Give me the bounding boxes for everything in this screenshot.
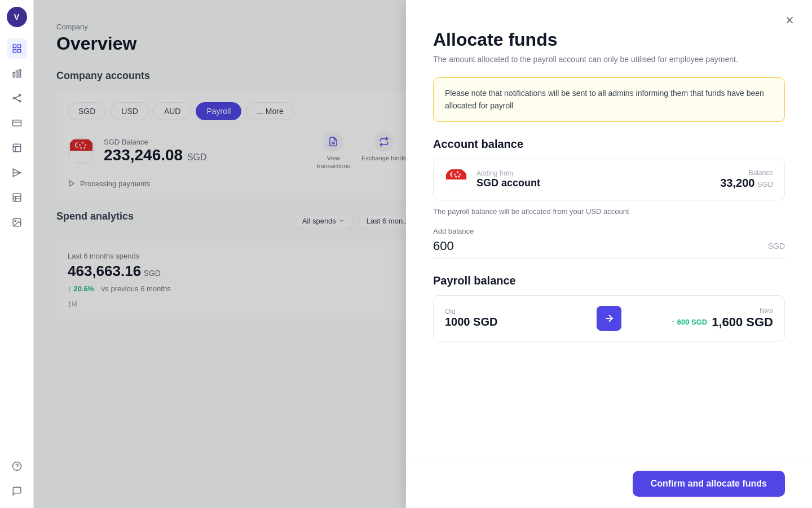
payroll-balance-row: Old 1000 SGD New ↑ 600 SGD 1,600 SGD [433, 295, 785, 341]
svg-rect-2 [13, 50, 16, 52]
sidebar-icon-layout[interactable] [7, 138, 27, 158]
allocate-funds-panel: ✕ Allocate funds The amount allocated to… [406, 0, 812, 508]
svg-line-10 [15, 96, 19, 99]
new-value: 1,600 SGD [712, 315, 773, 330]
account-name: SGD account [476, 177, 540, 189]
payroll-new: New ↑ 600 SGD 1,600 SGD [624, 296, 784, 341]
payroll-balance-heading: Payroll balance [433, 274, 785, 287]
add-balance-input-row: SGD [433, 239, 785, 259]
account-balance-heading: Account balance [433, 138, 785, 151]
svg-rect-3 [17, 50, 20, 52]
overlay [34, 0, 440, 508]
add-balance-group: Add balance SGD [433, 227, 785, 259]
close-panel-button[interactable]: ✕ [780, 11, 798, 29]
panel-header: ✕ [406, 0, 812, 29]
add-balance-currency: SGD [768, 242, 785, 251]
svg-rect-43 [446, 179, 466, 190]
usd-note: The payroll balance will be allocated fr… [433, 207, 785, 216]
sidebar-icon-chat[interactable] [7, 481, 27, 501]
account-name-group: Adding from SGD account [476, 169, 540, 189]
confirm-footer: Confirm and allocate funds [406, 459, 812, 508]
svg-point-7 [13, 98, 15, 99]
sidebar-icon-table[interactable] [7, 187, 27, 208]
app-logo[interactable]: V [7, 7, 27, 27]
balance-right-value: 33,200 SGD [720, 177, 773, 190]
sidebar-icon-image[interactable] [7, 212, 27, 233]
add-balance-input[interactable] [433, 239, 768, 253]
panel-subtitle: The amount allocated to the payroll acco… [433, 55, 785, 64]
payroll-old: Old 1000 SGD [434, 296, 594, 340]
svg-rect-6 [19, 69, 20, 77]
svg-rect-19 [13, 194, 21, 202]
balance-amount-value: 33,200 [720, 177, 754, 189]
new-label: New [635, 307, 773, 315]
svg-line-11 [15, 98, 19, 101]
sidebar-icon-barchart[interactable] [7, 63, 27, 84]
confirm-allocate-button[interactable]: Confirm and allocate funds [633, 471, 785, 497]
sidebar-icon-grid[interactable] [7, 38, 27, 59]
sidebar-icon-help[interactable] [7, 456, 27, 476]
svg-rect-12 [12, 120, 21, 126]
sidebar-icon-send[interactable] [7, 163, 27, 183]
account-flag-icon: ★ ★ ★ ★ ★ [445, 168, 467, 191]
svg-rect-5 [16, 71, 17, 77]
new-val-row: ↑ 600 SGD 1,600 SGD [635, 315, 773, 330]
svg-point-9 [19, 100, 20, 102]
arrow-icon [597, 306, 621, 331]
svg-point-8 [19, 94, 20, 96]
notice-text: Please note that notifications will be s… [445, 87, 773, 112]
old-label: Old [445, 308, 583, 316]
balance-right: Balance 33,200 SGD [720, 169, 773, 190]
added-badge: ↑ 600 SGD [672, 318, 708, 326]
panel-content: Allocate funds The amount allocated to t… [406, 29, 812, 414]
sidebar: V [0, 0, 34, 508]
payroll-balance-section: Payroll balance Old 1000 SGD New ↑ 600 S… [433, 274, 785, 341]
svg-rect-0 [13, 45, 16, 47]
account-balance-card: ★ ★ ★ ★ ★ Adding from SGD account Balanc… [433, 159, 785, 200]
add-balance-label: Add balance [433, 227, 785, 235]
svg-text:★: ★ [453, 172, 456, 176]
svg-rect-1 [17, 45, 20, 47]
panel-title: Allocate funds [433, 29, 785, 50]
svg-rect-4 [13, 73, 15, 77]
sidebar-icon-nodes[interactable] [7, 88, 27, 108]
balance-amount-currency: SGD [757, 180, 773, 189]
adding-from-label: Adding from [476, 169, 540, 177]
balance-right-label: Balance [720, 169, 773, 177]
notice-box: Please note that notifications will be s… [433, 77, 785, 122]
old-value: 1000 SGD [445, 316, 583, 329]
svg-point-24 [15, 220, 16, 221]
sidebar-icon-card[interactable] [7, 113, 27, 133]
svg-text:★: ★ [457, 175, 460, 178]
svg-rect-14 [13, 144, 21, 152]
